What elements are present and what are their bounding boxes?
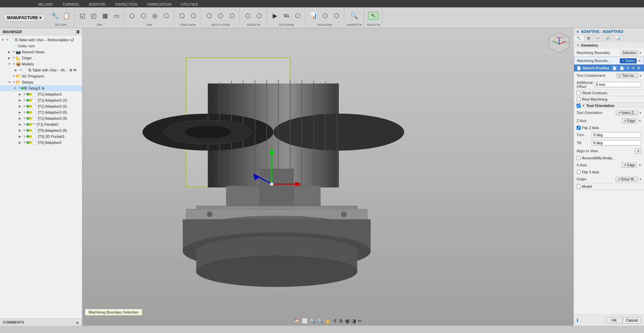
expand-adaptive3-3[interactable]: ▶ [19, 99, 22, 102]
setup2-button[interactable]: 📋 [61, 12, 72, 19]
2d-btn1[interactable]: ◱ [77, 12, 88, 19]
btable-settings-icon[interactable]: ⚙ [69, 68, 72, 72]
tree-item-btable-model[interactable]: ▶ 👁 📄 B-Table with Vise – IN... ⚙ 👁 [0, 67, 82, 73]
select-btn1[interactable]: ↖ [368, 12, 379, 20]
panel-tab-link[interactable]: 🔗 [603, 35, 613, 42]
orientation-cube[interactable]: RIGHT BACK [547, 31, 571, 54]
manage-btn3[interactable]: ⬡ [331, 12, 342, 19]
setup3-gear-icon[interactable]: ⚙ [42, 87, 45, 90]
expand-models[interactable]: ▼ [8, 62, 11, 66]
multiaxis-btn3[interactable]: ⬡ [227, 12, 237, 19]
orbit-btn[interactable]: ↺ [333, 318, 337, 324]
2d-btn3[interactable]: ▦ [100, 12, 110, 19]
multiaxis-btn2[interactable]: ⬡ [215, 12, 226, 19]
sketch-dropdown-btn[interactable]: ▾ [626, 66, 630, 70]
drilling-btn1[interactable]: ⬡ [177, 12, 187, 19]
grid-btn[interactable]: ▦ [345, 318, 350, 324]
home-view-btn[interactable]: 🏠 [294, 318, 300, 324]
tree-item-2dpocket3[interactable]: ▶ 👁 📄 [T5] 2D Pocket3 [0, 133, 82, 140]
expand-adaptive3[interactable]: ▶ [19, 93, 22, 96]
tree-item-units[interactable]: 📄 Units: mm [0, 43, 82, 49]
tree-item-root[interactable]: ▼ 👁 📄 B-Table with Vise – INstructables … [0, 37, 82, 43]
machining-boundary-clear-btn[interactable]: ✕ [638, 59, 641, 63]
comments-expand-icon[interactable]: ▲ [75, 320, 79, 324]
expand-root[interactable]: ▼ [1, 38, 5, 42]
tree-item-nc-programs[interactable]: 👁 📂 NC Programs [0, 73, 82, 79]
panel-tab-path[interactable]: 〰 [593, 35, 603, 42]
stock-contours-checkbox[interactable] [577, 91, 581, 95]
expand-adaptive3-9[interactable]: ▶ [19, 117, 22, 120]
expand-adaptive3-5[interactable]: ▶ [19, 111, 22, 114]
tree-item-adaptive3[interactable]: ▶ 👁 📄 [T1] Adaptive3 [0, 91, 82, 97]
expand-origin[interactable]: ▶ [8, 56, 11, 60]
flip-z-checkbox[interactable] [577, 126, 581, 130]
info-icon[interactable]: ℹ [577, 318, 578, 323]
x-axis-clear-btn[interactable]: ✕ [638, 163, 641, 167]
chevron-down-icon[interactable]: ▾ [640, 51, 641, 55]
tree-item-adaptive3-5[interactable]: ▶ 👁 📄 [T1] Adaptive3 (5) [0, 109, 82, 115]
sketch-close-btn[interactable]: ✕ [631, 66, 636, 70]
manage-btn2[interactable]: ⬡ [320, 12, 330, 19]
zoom-out-btn[interactable]: 🔍 [317, 318, 323, 324]
tab-turning[interactable]: TURNING [58, 1, 84, 7]
sketch-btn[interactable]: ✏ [358, 318, 362, 324]
align-to-view-btn[interactable]: ↗ [635, 149, 641, 154]
display-settings-btn[interactable]: ⚙ [339, 318, 343, 324]
tab-fabrication[interactable]: FABRICATION [142, 1, 176, 7]
expand-parallel1[interactable]: ▶ [19, 123, 22, 126]
pan-btn[interactable]: ✋ [325, 318, 331, 324]
expand-2dpocket3[interactable]: ▶ [19, 135, 22, 138]
zoom-in-btn[interactable]: 🔍 [310, 318, 315, 324]
tree-item-adaptive3-8[interactable]: ▶ 👁 📄 [T5] Adaptive3 (8) [0, 127, 82, 133]
multiaxis-btn1[interactable]: ⬡ [204, 12, 215, 19]
tool-containment-chevron[interactable]: ▾ [640, 74, 641, 77]
manufacture-button[interactable]: MANUFACTURE ▾ [3, 14, 45, 22]
expand-adaptive2[interactable]: ▶ [19, 141, 22, 144]
tree-item-named-views[interactable]: ▶ 👁 📷 Named Views [0, 49, 82, 55]
panel-tab-chart[interactable]: 📊 [613, 35, 624, 42]
tool-orientation-chevron[interactable]: ▾ [640, 111, 641, 115]
tree-item-setup3[interactable]: ▼ 👁 ⚙ Setup3 ⚙ [0, 85, 82, 91]
ok-button[interactable]: OK [606, 317, 623, 324]
flip-x-checkbox[interactable] [577, 170, 581, 174]
tree-item-adaptive3-9[interactable]: ▶ 👁 📄 [T1] Adaptive3 (9) [0, 115, 82, 121]
modify-btn2[interactable]: ⬡ [254, 12, 265, 19]
drilling-btn2[interactable]: ⬡ [188, 12, 199, 19]
inspect-btn1[interactable]: 🔍 [349, 12, 360, 19]
actions-btn2[interactable]: G1 [281, 13, 292, 18]
model-checkbox[interactable] [577, 184, 581, 188]
tree-item-adaptive3-3[interactable]: ▶ 👁 📄 [T1] Adaptive3 (3) [0, 97, 82, 103]
tree-item-models[interactable]: ▼ 👁 📦 Models [0, 61, 82, 67]
actions-btn3[interactable]: ⬡ [292, 12, 303, 19]
cancel-button[interactable]: Cancel [623, 317, 641, 324]
tree-item-adaptive3-2[interactable]: ▶ 👁 📄 [T1] Adaptive3 (2) [0, 103, 82, 109]
2d-btn4[interactable]: ▭ [111, 12, 122, 19]
2d-btn2[interactable]: ◰ [88, 12, 99, 19]
expand-setups[interactable]: ▼ [8, 80, 11, 84]
origin-chevron[interactable]: ▾ [640, 177, 641, 181]
accessibility-checkbox[interactable] [577, 156, 581, 160]
3d-btn3[interactable]: ◎ [150, 12, 160, 19]
tool-orientation-header[interactable]: ▼ Tool Orientation [574, 103, 644, 109]
tab-additive[interactable]: ADDITIVE [84, 1, 110, 7]
sketch-add-btn[interactable]: 📄 [611, 66, 618, 70]
tool-orientation-checkbox[interactable] [577, 104, 581, 108]
tab-inspection[interactable]: INSPECTION [110, 1, 142, 7]
expand-adaptive3-2[interactable]: ▶ [19, 105, 22, 108]
tab-utilities[interactable]: UTILITIES [176, 1, 203, 7]
rest-machining-checkbox[interactable] [577, 97, 581, 101]
tree-item-adaptive2[interactable]: ▶ 👁 📄 [T5] Adaptive2 [0, 140, 82, 146]
z-axis-clear-btn[interactable]: ✕ [638, 119, 641, 123]
tree-item-origin[interactable]: ▶ 👁 📐 Origin [0, 55, 82, 61]
tree-item-setups[interactable]: ▼ 👁 📂 Setups [0, 79, 82, 85]
3d-btn4[interactable]: ⬡ [161, 12, 172, 19]
expand-named-views[interactable]: ▶ [8, 50, 11, 54]
panel-tab-setup[interactable]: ⚙ [584, 35, 593, 42]
geometry-section-header[interactable]: ▼ Geometry [574, 42, 644, 49]
section-btn[interactable]: ◨ [352, 318, 356, 324]
tree-item-parallel1[interactable]: ▶ 👁 〰 [T1] Parallel1 [0, 121, 82, 127]
manage-btn1[interactable]: 📊 [308, 12, 319, 19]
3d-btn2[interactable]: ⬡ [138, 12, 149, 19]
modify-btn1[interactable]: ⬡ [243, 12, 253, 19]
sketch-copy-btn[interactable]: 📄 [619, 66, 625, 70]
